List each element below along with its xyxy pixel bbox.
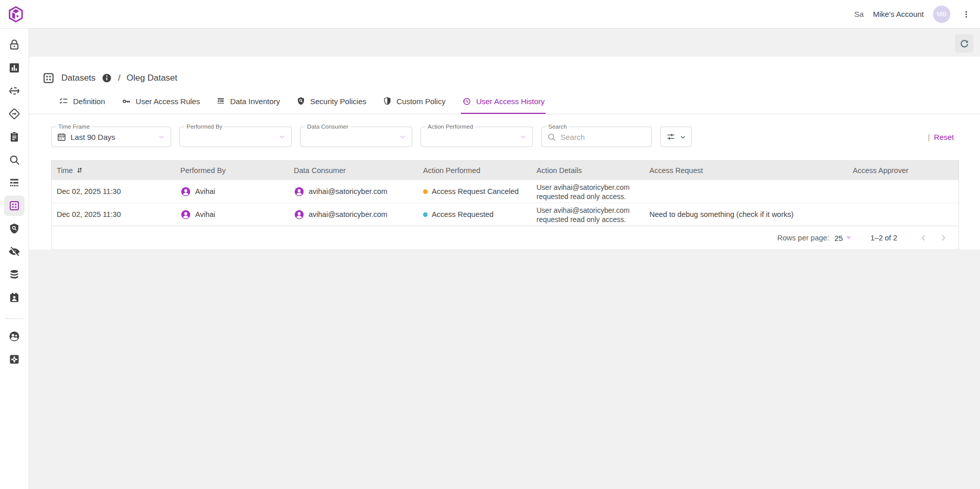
reset-button[interactable]: Reset — [934, 133, 954, 141]
column-header-time[interactable]: Time — [52, 161, 175, 180]
tab-user-access-rules[interactable]: User Access Rules — [121, 89, 201, 114]
data-consumer-value: avihai@satoricyber.com — [309, 187, 387, 195]
search-icon — [8, 154, 20, 166]
time-value: Dec 02, 2025 11:30 — [57, 210, 121, 218]
cell-data-consumer: avihai@satoricyber.com — [289, 203, 418, 226]
search-field[interactable]: Search — [541, 127, 652, 147]
clipboard-icon — [8, 131, 20, 143]
reset-divider: | — [928, 133, 930, 141]
sidebar-item-datastores[interactable] — [4, 264, 25, 285]
cell-action-performed: Access Requested — [418, 203, 531, 226]
tab-bar: Definition User Access Rules Data Invent… — [29, 89, 980, 114]
checklist-icon — [59, 96, 68, 106]
dataset-panel: Datasets / Oleg Dataset Definition User — [29, 57, 980, 250]
reset-filters: | Reset — [928, 133, 954, 141]
cell-performed-by: Avihai — [175, 203, 289, 226]
time-value: Dec 02, 2025 11:30 — [57, 187, 121, 195]
table-row[interactable]: Dec 02, 2025 11:30 Avihai avihai@satoric… — [52, 203, 959, 226]
access-request-value: Need to debug something (check if it wor… — [649, 210, 794, 218]
table-rows-icon — [216, 96, 225, 106]
action-performed-value: Access Request Canceled — [432, 187, 519, 195]
chevron-down-icon — [679, 133, 687, 141]
status-dot — [423, 189, 428, 194]
account-name[interactable]: Mike's Account — [873, 10, 924, 18]
tab-data-inventory[interactable]: Data Inventory — [215, 89, 281, 114]
sidebar-item-users[interactable] — [4, 326, 25, 347]
topbar: Sa Mike's Account MB — [0, 0, 980, 29]
sidebar-item-inventory[interactable] — [4, 173, 25, 193]
lock-icon — [8, 39, 20, 51]
settings-icon — [8, 353, 20, 365]
cell-time: Dec 02, 2025 11:30 — [52, 180, 175, 203]
column-settings-button[interactable] — [660, 127, 692, 147]
sidebar-item-tasks[interactable] — [4, 127, 25, 147]
next-page-button[interactable] — [936, 231, 950, 245]
sidebar-item-datasets[interactable] — [4, 195, 25, 216]
table-row[interactable]: Dec 02, 2025 11:30 Avihai avihai@satoric… — [52, 180, 959, 203]
tab-security-policies[interactable]: Security Policies — [295, 89, 367, 114]
action-performed-select[interactable]: Action Performed — [421, 127, 533, 147]
tune-icon — [666, 132, 676, 142]
cell-time: Dec 02, 2025 11:30 — [52, 203, 175, 226]
cell-access-approver — [848, 203, 959, 226]
column-header-access-request[interactable]: Access Request — [644, 161, 848, 180]
search-input[interactable] — [561, 133, 632, 141]
user-avatar-icon — [294, 209, 305, 220]
cell-access-request — [644, 180, 848, 203]
column-header-action-performed[interactable]: Action Performed — [418, 161, 531, 180]
filter-bar: Time Frame Last 90 Days Performed By — [51, 127, 954, 147]
sidebar-item-search[interactable] — [4, 150, 25, 170]
tab-custom-policy[interactable]: Custom Policy — [382, 89, 447, 114]
tab-label: Custom Policy — [396, 97, 446, 106]
sidebar-item-reports[interactable] — [4, 58, 25, 78]
tab-label: Security Policies — [310, 97, 366, 106]
status-dot — [423, 212, 428, 217]
account-prefix-text: Sa — [854, 10, 864, 18]
info-icon[interactable] — [102, 73, 112, 83]
sidebar-item-security-policies[interactable] — [4, 218, 25, 239]
tab-user-access-history[interactable]: User Access History — [461, 89, 546, 114]
previous-page-button[interactable] — [917, 231, 931, 245]
sidebar-item-masking[interactable] — [4, 241, 25, 262]
pagination-bar: Rows per page: 25 1–2 of 2 — [52, 226, 959, 250]
tab-definition[interactable]: Definition — [58, 89, 106, 114]
refresh-button[interactable] — [955, 34, 973, 53]
sidebar-item-settings[interactable] — [4, 349, 25, 370]
rows-per-page-select[interactable]: 25 — [834, 234, 851, 242]
datasets-grid-icon — [8, 200, 20, 212]
kebab-menu-icon[interactable] — [960, 7, 973, 21]
user-avatar-icon — [180, 186, 191, 197]
app-logo-icon[interactable] — [7, 6, 25, 23]
chevron-down-icon — [399, 133, 407, 141]
sidebar-item-lock[interactable] — [4, 35, 25, 55]
performed-by-select[interactable]: Performed By — [179, 127, 292, 147]
cell-action-details: User avihai@satoricyber.com requested re… — [531, 180, 644, 203]
table-header-row: Time Performed By Data Consumer Action P… — [52, 161, 959, 180]
avatar[interactable]: MB — [933, 6, 950, 23]
performed-by-value: Avihai — [195, 187, 215, 195]
datasets-grid-icon — [42, 71, 55, 85]
sidebar-item-identities[interactable] — [4, 287, 25, 308]
breadcrumb-section[interactable]: Datasets — [61, 73, 96, 83]
chevron-down-icon — [157, 133, 166, 141]
column-header-data-consumer[interactable]: Data Consumer — [289, 161, 418, 180]
sidebar-divider — [5, 319, 24, 319]
performed-by-value: Avihai — [195, 210, 215, 218]
rows-per-page-label: Rows per page: — [777, 234, 829, 242]
sort-icon — [75, 166, 84, 175]
time-frame-select[interactable]: Time Frame Last 90 Days — [51, 127, 171, 147]
column-header-performed-by[interactable]: Performed By — [175, 161, 289, 180]
tab-label: Definition — [73, 97, 105, 106]
sidebar-item-directions[interactable] — [4, 104, 25, 124]
column-header-access-approver[interactable]: Access Approver — [848, 161, 959, 180]
chevron-down-icon — [278, 133, 286, 141]
column-header-action-details[interactable]: Action Details — [531, 161, 644, 180]
cell-action-details: User avihai@satoricyber.com requested re… — [531, 203, 644, 226]
field-label: Action Performed — [426, 124, 475, 130]
data-consumer-select[interactable]: Data Consumer — [300, 127, 412, 147]
cell-data-consumer: avihai@satoricyber.com — [289, 180, 418, 203]
sidebar-item-scan[interactable] — [4, 81, 25, 101]
shield-search-icon — [8, 223, 20, 235]
refresh-icon — [959, 38, 970, 49]
breadcrumb: Datasets / Oleg Dataset — [29, 57, 980, 89]
